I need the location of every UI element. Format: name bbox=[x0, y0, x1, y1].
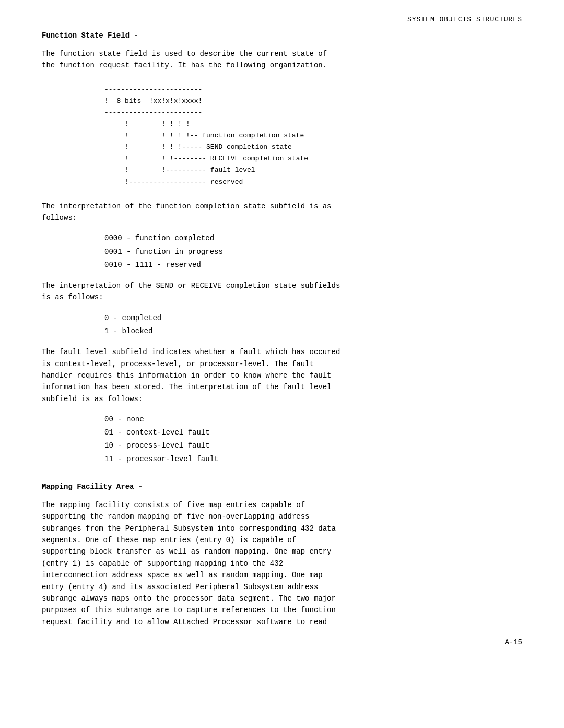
fault-items: 00 - none 01 - context-level fault 10 - … bbox=[104, 413, 522, 466]
diagram-line-5: ! ! ! ! !-- function completion state bbox=[104, 130, 522, 142]
section1-title: Function State Field - bbox=[42, 31, 522, 40]
sub1-item-1: 0000 - function completed bbox=[104, 232, 522, 245]
sub1-item-2: 0001 - function in progress bbox=[104, 245, 522, 259]
function-state-diagram: ------------------------ ! 8 bits !xx!x!… bbox=[104, 84, 522, 188]
diagram-line-3: ------------------------ bbox=[104, 107, 522, 119]
section2-title: Mapping Facility Area - bbox=[42, 483, 522, 491]
page: SYSTEM OBJECTS STRUCTURES Function State… bbox=[0, 0, 564, 667]
header-text: SYSTEM OBJECTS STRUCTURES bbox=[407, 16, 522, 24]
page-number: A-15 bbox=[504, 638, 522, 647]
sub1-intro: The interpretation of the function compl… bbox=[42, 201, 522, 224]
fault-intro: The fault level subfield indicates wheth… bbox=[42, 346, 522, 405]
sub1-items: 0000 - function completed 0001 - functio… bbox=[104, 232, 522, 272]
diagram-line-2: ! 8 bits !xx!x!x!xxxx! bbox=[104, 96, 522, 107]
diagram-line-6: ! ! ! !----- SEND completion state bbox=[104, 142, 522, 153]
fault-item-3: 10 - process-level fault bbox=[104, 439, 522, 452]
diagram-line-1: ------------------------ bbox=[104, 84, 522, 96]
page-header: SYSTEM OBJECTS STRUCTURES bbox=[407, 16, 522, 24]
section1-intro: The function state field is used to desc… bbox=[42, 48, 522, 72]
fault-item-2: 01 - context-level fault bbox=[104, 426, 522, 439]
section2-body: The mapping facility consists of five ma… bbox=[42, 499, 522, 628]
diagram-line-4: ! ! ! ! ! bbox=[104, 119, 522, 130]
diagram-line-7: ! ! !-------- RECEIVE completion state bbox=[104, 153, 522, 165]
sub2-intro: The interpretation of the SEND or RECEIV… bbox=[42, 280, 522, 303]
fault-item-1: 00 - none bbox=[104, 413, 522, 426]
sub2-item-2: 1 - blocked bbox=[104, 325, 522, 338]
diagram-line-9: !------------------- reserved bbox=[104, 177, 522, 188]
sub2-item-1: 0 - completed bbox=[104, 312, 522, 325]
sub1-item-3: 0010 - 1111 - reserved bbox=[104, 259, 522, 272]
diagram-line-8: ! !---------- fault level bbox=[104, 165, 522, 176]
sub2-items: 0 - completed 1 - blocked bbox=[104, 312, 522, 338]
fault-item-4: 11 - processor-level fault bbox=[104, 453, 522, 466]
